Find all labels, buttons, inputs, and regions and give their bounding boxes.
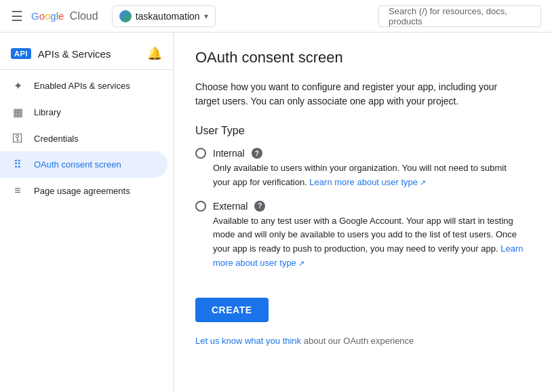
sidebar-item-enabled-apis[interactable]: ✦ Enabled APIs & services — [0, 73, 167, 99]
external-label-text: External — [213, 201, 248, 212]
external-help-icon[interactable]: ? — [254, 201, 265, 212]
sidebar-item-library[interactable]: ▦ Library — [0, 99, 167, 125]
dropdown-arrow-icon: ▾ — [204, 12, 208, 21]
page-title: OAuth consent screen — [195, 49, 530, 66]
library-icon: ▦ — [11, 106, 24, 119]
internal-learn-more-link[interactable]: Learn more about user type ↗ — [309, 177, 426, 187]
hamburger-icon[interactable]: ☰ — [11, 8, 23, 24]
internal-label-text: Internal — [213, 148, 245, 159]
sidebar-header: API APIs & Services 🔔 — [0, 38, 173, 66]
sidebar-title: APIs & Services — [38, 48, 111, 60]
sidebar-item-label: OAuth consent screen — [34, 159, 121, 170]
sidebar-item-credentials[interactable]: ⚿ Credentials — [0, 125, 167, 151]
external-option: External ? Available to any test user wi… — [195, 201, 530, 271]
internal-option: Internal ? Only available to users withi… — [195, 148, 530, 190]
description-text: Choose how you want to configure and reg… — [195, 80, 521, 109]
api-badge: API — [11, 48, 31, 59]
user-type-title: User Type — [195, 125, 530, 137]
topbar: ☰ Google Cloud taskautomation ▾ Search (… — [0, 0, 552, 33]
sidebar-divider — [0, 69, 173, 70]
project-name: taskautomation — [136, 11, 200, 22]
internal-label[interactable]: Internal ? — [195, 148, 530, 159]
sidebar-item-label: Page usage agreements — [34, 186, 130, 196]
sidebar-item-page-usage[interactable]: ≡ Page usage agreements — [0, 178, 167, 203]
search-bar[interactable]: Search (/) for resources, docs, products — [378, 5, 541, 27]
sidebar-item-label: Enabled APIs & services — [34, 81, 130, 91]
internal-help-icon[interactable]: ? — [252, 148, 262, 159]
feedback-link[interactable]: Let us know what you think — [195, 336, 304, 346]
oauth-icon: ⠿ — [11, 158, 24, 171]
main-content: OAuth consent screen Choose how you want… — [174, 33, 552, 392]
internal-radio[interactable] — [195, 148, 206, 159]
project-selector[interactable]: taskautomation ▾ — [112, 5, 216, 27]
create-button[interactable]: CREATE — [195, 298, 269, 322]
feedback-text: Let us know what you think about our OAu… — [195, 336, 530, 346]
external-label[interactable]: External ? — [195, 201, 530, 212]
search-placeholder: Search (/) for resources, docs, products — [389, 6, 531, 26]
internal-description: Only available to users within your orga… — [213, 161, 525, 190]
external-description: Available to any test user with a Google… — [213, 214, 525, 271]
google-cloud-logo: Google Cloud — [31, 10, 98, 22]
enabled-apis-icon: ✦ — [11, 79, 24, 92]
sidebar-item-label: Library — [34, 107, 61, 117]
sidebar-item-oauth-consent[interactable]: ⠿ OAuth consent screen — [0, 151, 167, 178]
external-link-icon: ↗ — [418, 178, 426, 187]
sidebar-item-label: Credentials — [34, 134, 79, 144]
project-dot-icon — [119, 10, 132, 22]
external-radio[interactable] — [195, 201, 206, 212]
page-usage-icon: ≡ — [11, 184, 24, 197]
layout: API APIs & Services 🔔 ✦ Enabled APIs & s… — [0, 33, 552, 392]
bell-icon[interactable]: 🔔 — [147, 46, 162, 61]
sidebar: API APIs & Services 🔔 ✦ Enabled APIs & s… — [0, 33, 174, 392]
external-link-icon-2: ↗ — [296, 259, 304, 267]
credentials-icon: ⚿ — [11, 132, 24, 144]
